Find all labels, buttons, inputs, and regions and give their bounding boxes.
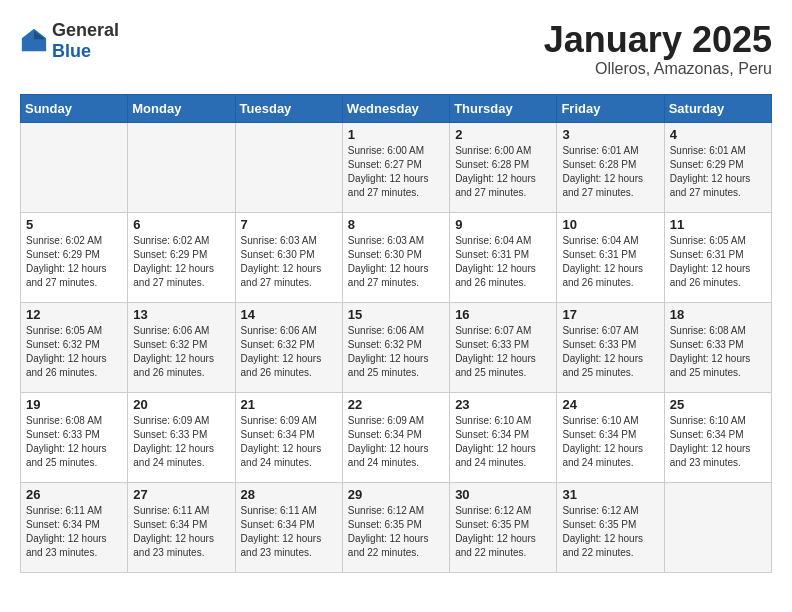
day-number: 15 [348, 307, 444, 322]
day-info: Sunrise: 6:08 AMSunset: 6:33 PMDaylight:… [670, 325, 751, 378]
calendar-week-row: 26 Sunrise: 6:11 AMSunset: 6:34 PMDaylig… [21, 482, 772, 572]
calendar-day-cell: 18 Sunrise: 6:08 AMSunset: 6:33 PMDaylig… [664, 302, 771, 392]
calendar-day-cell: 25 Sunrise: 6:10 AMSunset: 6:34 PMDaylig… [664, 392, 771, 482]
day-number: 19 [26, 397, 122, 412]
day-info: Sunrise: 6:11 AMSunset: 6:34 PMDaylight:… [133, 505, 214, 558]
calendar-subtitle: Olleros, Amazonas, Peru [544, 60, 772, 78]
logo-icon [20, 27, 48, 55]
calendar-day-cell: 11 Sunrise: 6:05 AMSunset: 6:31 PMDaylig… [664, 212, 771, 302]
day-info: Sunrise: 6:10 AMSunset: 6:34 PMDaylight:… [455, 415, 536, 468]
day-info: Sunrise: 6:02 AMSunset: 6:29 PMDaylight:… [133, 235, 214, 288]
day-number: 27 [133, 487, 229, 502]
day-number: 8 [348, 217, 444, 232]
day-number: 3 [562, 127, 658, 142]
logo-text-blue: Blue [52, 41, 91, 61]
day-info: Sunrise: 6:11 AMSunset: 6:34 PMDaylight:… [241, 505, 322, 558]
calendar-day-cell: 19 Sunrise: 6:08 AMSunset: 6:33 PMDaylig… [21, 392, 128, 482]
day-number: 11 [670, 217, 766, 232]
days-header-row: SundayMondayTuesdayWednesdayThursdayFrid… [21, 94, 772, 122]
calendar-day-cell: 4 Sunrise: 6:01 AMSunset: 6:29 PMDayligh… [664, 122, 771, 212]
calendar-day-cell: 24 Sunrise: 6:10 AMSunset: 6:34 PMDaylig… [557, 392, 664, 482]
calendar-day-cell: 1 Sunrise: 6:00 AMSunset: 6:27 PMDayligh… [342, 122, 449, 212]
day-info: Sunrise: 6:05 AMSunset: 6:32 PMDaylight:… [26, 325, 107, 378]
day-number: 31 [562, 487, 658, 502]
day-number: 29 [348, 487, 444, 502]
calendar-day-cell [235, 122, 342, 212]
day-number: 13 [133, 307, 229, 322]
calendar-week-row: 12 Sunrise: 6:05 AMSunset: 6:32 PMDaylig… [21, 302, 772, 392]
calendar-day-cell: 7 Sunrise: 6:03 AMSunset: 6:30 PMDayligh… [235, 212, 342, 302]
day-of-week-header: Friday [557, 94, 664, 122]
day-number: 20 [133, 397, 229, 412]
calendar-day-cell: 16 Sunrise: 6:07 AMSunset: 6:33 PMDaylig… [450, 302, 557, 392]
day-number: 28 [241, 487, 337, 502]
day-info: Sunrise: 6:10 AMSunset: 6:34 PMDaylight:… [670, 415, 751, 468]
day-number: 21 [241, 397, 337, 412]
day-info: Sunrise: 6:01 AMSunset: 6:29 PMDaylight:… [670, 145, 751, 198]
day-info: Sunrise: 6:04 AMSunset: 6:31 PMDaylight:… [455, 235, 536, 288]
calendar-day-cell: 23 Sunrise: 6:10 AMSunset: 6:34 PMDaylig… [450, 392, 557, 482]
day-number: 24 [562, 397, 658, 412]
svg-rect-2 [27, 41, 40, 50]
logo: General Blue [20, 20, 119, 62]
calendar-week-row: 19 Sunrise: 6:08 AMSunset: 6:33 PMDaylig… [21, 392, 772, 482]
day-number: 9 [455, 217, 551, 232]
calendar-week-row: 1 Sunrise: 6:00 AMSunset: 6:27 PMDayligh… [21, 122, 772, 212]
calendar-day-cell: 14 Sunrise: 6:06 AMSunset: 6:32 PMDaylig… [235, 302, 342, 392]
calendar-day-cell: 5 Sunrise: 6:02 AMSunset: 6:29 PMDayligh… [21, 212, 128, 302]
day-info: Sunrise: 6:06 AMSunset: 6:32 PMDaylight:… [241, 325, 322, 378]
page-header: General Blue January 2025 Olleros, Amazo… [20, 20, 772, 78]
calendar-day-cell: 20 Sunrise: 6:09 AMSunset: 6:33 PMDaylig… [128, 392, 235, 482]
calendar-week-row: 5 Sunrise: 6:02 AMSunset: 6:29 PMDayligh… [21, 212, 772, 302]
day-info: Sunrise: 6:07 AMSunset: 6:33 PMDaylight:… [455, 325, 536, 378]
calendar-day-cell: 2 Sunrise: 6:00 AMSunset: 6:28 PMDayligh… [450, 122, 557, 212]
day-info: Sunrise: 6:02 AMSunset: 6:29 PMDaylight:… [26, 235, 107, 288]
calendar-day-cell: 21 Sunrise: 6:09 AMSunset: 6:34 PMDaylig… [235, 392, 342, 482]
day-of-week-header: Sunday [21, 94, 128, 122]
day-number: 1 [348, 127, 444, 142]
calendar-day-cell: 12 Sunrise: 6:05 AMSunset: 6:32 PMDaylig… [21, 302, 128, 392]
day-info: Sunrise: 6:03 AMSunset: 6:30 PMDaylight:… [241, 235, 322, 288]
calendar-table: SundayMondayTuesdayWednesdayThursdayFrid… [20, 94, 772, 573]
day-info: Sunrise: 6:11 AMSunset: 6:34 PMDaylight:… [26, 505, 107, 558]
calendar-day-cell: 27 Sunrise: 6:11 AMSunset: 6:34 PMDaylig… [128, 482, 235, 572]
title-block: January 2025 Olleros, Amazonas, Peru [544, 20, 772, 78]
calendar-day-cell: 31 Sunrise: 6:12 AMSunset: 6:35 PMDaylig… [557, 482, 664, 572]
day-number: 26 [26, 487, 122, 502]
day-number: 30 [455, 487, 551, 502]
calendar-day-cell: 10 Sunrise: 6:04 AMSunset: 6:31 PMDaylig… [557, 212, 664, 302]
day-info: Sunrise: 6:00 AMSunset: 6:27 PMDaylight:… [348, 145, 429, 198]
day-info: Sunrise: 6:06 AMSunset: 6:32 PMDaylight:… [133, 325, 214, 378]
calendar-day-cell: 26 Sunrise: 6:11 AMSunset: 6:34 PMDaylig… [21, 482, 128, 572]
day-info: Sunrise: 6:04 AMSunset: 6:31 PMDaylight:… [562, 235, 643, 288]
day-info: Sunrise: 6:00 AMSunset: 6:28 PMDaylight:… [455, 145, 536, 198]
day-info: Sunrise: 6:12 AMSunset: 6:35 PMDaylight:… [348, 505, 429, 558]
day-of-week-header: Saturday [664, 94, 771, 122]
day-info: Sunrise: 6:08 AMSunset: 6:33 PMDaylight:… [26, 415, 107, 468]
logo-text-general: General [52, 20, 119, 40]
day-info: Sunrise: 6:03 AMSunset: 6:30 PMDaylight:… [348, 235, 429, 288]
day-info: Sunrise: 6:07 AMSunset: 6:33 PMDaylight:… [562, 325, 643, 378]
day-number: 22 [348, 397, 444, 412]
calendar-day-cell: 8 Sunrise: 6:03 AMSunset: 6:30 PMDayligh… [342, 212, 449, 302]
calendar-day-cell: 30 Sunrise: 6:12 AMSunset: 6:35 PMDaylig… [450, 482, 557, 572]
day-number: 16 [455, 307, 551, 322]
day-info: Sunrise: 6:12 AMSunset: 6:35 PMDaylight:… [562, 505, 643, 558]
calendar-day-cell: 9 Sunrise: 6:04 AMSunset: 6:31 PMDayligh… [450, 212, 557, 302]
day-number: 2 [455, 127, 551, 142]
day-number: 5 [26, 217, 122, 232]
day-number: 6 [133, 217, 229, 232]
calendar-day-cell [664, 482, 771, 572]
calendar-day-cell: 22 Sunrise: 6:09 AMSunset: 6:34 PMDaylig… [342, 392, 449, 482]
day-number: 12 [26, 307, 122, 322]
day-info: Sunrise: 6:09 AMSunset: 6:34 PMDaylight:… [241, 415, 322, 468]
day-number: 17 [562, 307, 658, 322]
calendar-day-cell [128, 122, 235, 212]
day-info: Sunrise: 6:01 AMSunset: 6:28 PMDaylight:… [562, 145, 643, 198]
calendar-day-cell [21, 122, 128, 212]
day-number: 4 [670, 127, 766, 142]
day-number: 23 [455, 397, 551, 412]
day-info: Sunrise: 6:10 AMSunset: 6:34 PMDaylight:… [562, 415, 643, 468]
day-number: 14 [241, 307, 337, 322]
day-info: Sunrise: 6:05 AMSunset: 6:31 PMDaylight:… [670, 235, 751, 288]
